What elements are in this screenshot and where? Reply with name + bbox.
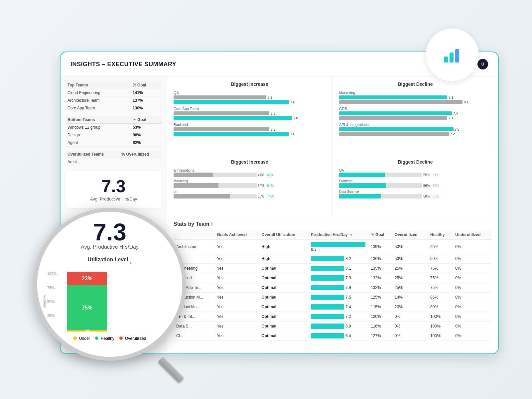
svg-rect-2 — [455, 49, 459, 63]
table-row: QA Yes High 8.2 136% 50% 50% 0% — [174, 254, 491, 264]
biggest-increase-chart-1: Biggest Increase QA 6.1 7.6 — [167, 76, 332, 154]
y-axis-line — [59, 272, 59, 332]
svg-rect-1 — [450, 53, 454, 63]
chart-title: Biggest Decline — [339, 81, 491, 87]
stats-header: Stats by Team ℹ — [174, 221, 491, 227]
svg-rect-0 — [444, 57, 448, 63]
col-under: Underutilized — [453, 230, 491, 239]
chart-bar-group: Core App Team 6.3 7.8 — [174, 107, 326, 120]
legend-item-under: Under — [73, 336, 90, 341]
col-healthy: Healthy — [428, 230, 453, 239]
chart-bar-group: Marketing 54% 64% — [174, 179, 326, 188]
chart-bar-group: Marketing 7.1 8.1 — [339, 91, 491, 104]
chart-bar-group: QA 6.1 7.6 — [174, 91, 326, 104]
chart-bar-group: QA 55% 81% — [339, 169, 491, 177]
table-row: Backend Yes Optimal 7.9 132% 25% 75% 0% — [174, 273, 491, 283]
avg-hrs-card: 7.3 Avg. Productive Hrs/Day — [66, 171, 162, 208]
col-util: Overall Utilization — [259, 230, 308, 239]
overutilized-label: 23% — [82, 276, 92, 282]
chart-bar-group: API & Integrations 7.5 7.2 — [339, 123, 491, 136]
biggest-decline-chart-2: Biggest Decline QA 55% 81% — [332, 154, 498, 216]
overutilized-header: Overutilized Teams — [66, 151, 119, 158]
chart-bar-group: Frontend 56% 75% — [339, 179, 491, 188]
charts-grid-top: Biggest Increase QA 6.1 7.6 — [167, 76, 498, 154]
table-row: Archi... — [66, 158, 162, 166]
table-row: Production M... Yes Optimal 7.5 125% 14%… — [174, 293, 491, 302]
table-row: Cl... Yes Optimal 6.4 127% 0% 100% 0% — [174, 331, 491, 341]
table-row: Agent 92% — [66, 139, 162, 147]
avg-number: 7.3 — [72, 178, 155, 195]
right-panel: Biggest Increase QA 6.1 7.6 — [167, 76, 498, 354]
chart-bar-group: GRB 7.4 7.1 — [339, 107, 491, 120]
util-info-icon: ℹ — [130, 260, 132, 265]
chart-bar-group: & Integrations 47% 65% — [174, 169, 326, 177]
table-row: API & Int... Yes Optimal 7.2 120% 0% 100… — [174, 312, 491, 322]
chart-title: Biggest Increase — [174, 159, 326, 165]
healthy-bar: 75% — [67, 285, 107, 330]
overutilized-bar: 23% — [67, 272, 107, 285]
bottom-teams-header: Bottom Teams — [66, 116, 131, 124]
mag-avg-label: Avg. Productive Hrs/Day — [47, 244, 172, 250]
legend-item-overutilized: Overutilized — [119, 336, 146, 341]
table-row: Product Ma... Yes Optimal 7.4 115% 20% 8… — [174, 302, 491, 312]
bottom-teams-table: Bottom Teams % Goal Windows 11 group 53%… — [66, 116, 162, 147]
chart-bar-group: Data Science 50% 65% — [339, 190, 491, 199]
scene: INSIGHTS – EXECUTIVE SUMMARY U Top Teams… — [33, 25, 499, 374]
col-goals: Goals Achieved — [214, 230, 259, 239]
table-row: Architecture Team 137% — [66, 97, 162, 104]
user-avatar[interactable]: U — [477, 59, 488, 69]
bottom-teams-goal-header: % Goal — [131, 116, 162, 124]
biggest-increase-chart-2: Biggest Increase & Integrations 47% 65% — [167, 154, 332, 216]
table-row: Core App Team 130% — [66, 104, 162, 112]
y-axis-labels: 100% 75% 50% 25% 0% — [47, 272, 57, 332]
biggest-decline-chart-1: Biggest Decline Marketing 7.1 8.1 — [332, 76, 498, 154]
col-goal: % Goal — [368, 230, 392, 239]
table-row: Core App Te... Yes Optimal 7.9 132% 25% … — [174, 283, 491, 293]
chart-bar-group: on 68% 74% — [174, 190, 326, 199]
col-hrs[interactable]: Productive Hrs/Day ▼ — [308, 230, 368, 239]
stacked-bar: 23% 75% 0% — [67, 272, 107, 332]
healthy-label: 75% — [82, 305, 92, 311]
avg-label: Avg. Productive Hrs/Day — [72, 197, 155, 201]
stats-section: Stats by Team ℹ Goals Achieved Overall U… — [167, 216, 498, 354]
under-label: 0% — [85, 329, 89, 333]
under-dot — [73, 336, 77, 340]
under-bar: 0% — [67, 330, 107, 332]
table-row: Design 90% — [66, 131, 162, 139]
stats-table: Goals Achieved Overall Utilization Produ… — [174, 230, 491, 341]
chart-bar-group: Backend 6.3 7.6 — [174, 123, 326, 136]
magnifier: 7.3 Avg. Productive Hrs/Day Utilization … — [33, 208, 200, 374]
magnifier-handle — [158, 357, 184, 383]
magnifier-circle: 7.3 Avg. Productive Hrs/Day Utilization … — [33, 208, 186, 361]
y-axis-title: Users % — [42, 295, 46, 309]
col-over: Overutilized — [392, 230, 428, 239]
magnifier-content: 7.3 Avg. Productive Hrs/Day Utilization … — [37, 212, 182, 357]
chart-title: Biggest Decline — [339, 159, 491, 165]
legend-item-healthy: Healthy — [95, 336, 114, 341]
table-row: Architecture Yes High 8.3 139% 50% 25% 0… — [174, 239, 491, 254]
page-title: INSIGHTS – EXECUTIVE SUMMARY — [70, 61, 176, 68]
overutilized-pct-header: % Overutilized — [119, 151, 162, 158]
top-teams-header: Top Teams — [66, 81, 131, 89]
top-teams-table: Top Teams % Goal Cloud Engineering 141% … — [66, 81, 162, 112]
healthy-dot — [95, 336, 98, 340]
util-title: Utilization Level — [88, 257, 128, 263]
info-icon: ℹ — [211, 222, 213, 226]
table-row: Cloud Engineering 141% — [66, 89, 162, 97]
bar-chart-icon-circle — [426, 28, 479, 81]
overutilized-teams-table: Overutilized Teams % Overutilized Archi.… — [66, 151, 162, 166]
chart-legend: Under Healthy Overutilized — [47, 336, 172, 341]
table-row: Data S... Yes Optimal 6.9 116% 0% 100% 0… — [174, 322, 491, 331]
charts-grid-bottom: Biggest Increase & Integrations 47% 65% — [167, 154, 498, 216]
stacked-bar-chart: 100% 75% 50% 25% 0% Users % 23% — [47, 272, 172, 332]
chart-title: Biggest Increase — [174, 81, 326, 87]
table-row: Engineering Yes Optimal 8.1 135% 25% 75%… — [174, 264, 491, 273]
mag-avg-number: 7.3 — [47, 220, 172, 244]
top-teams-goal-header: % Goal — [131, 81, 162, 89]
table-row: Windows 11 group 53% — [66, 124, 162, 131]
overutilized-dot — [119, 336, 123, 340]
